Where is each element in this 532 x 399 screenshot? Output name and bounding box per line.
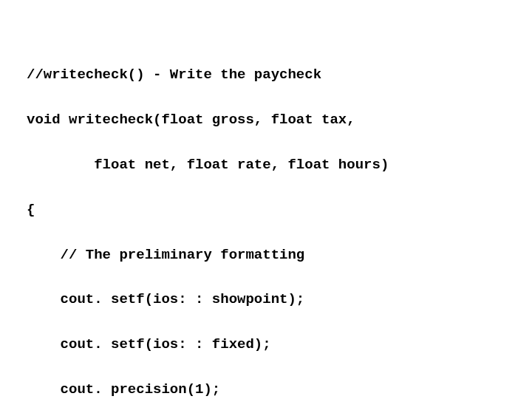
code-line: { [27,199,510,221]
code-line: cout. setf(ios: : showpoint); [27,288,510,310]
code-line: void writecheck(float gross, float tax, [27,109,510,131]
code-line: cout. precision(1); [27,378,510,399]
code-line: cout. setf(ios: : fixed); [27,333,510,355]
code-block: //writecheck() - Write the paycheck void… [0,0,532,399]
code-line: // The preliminary formatting [27,244,510,266]
code-line: float net, float rate, float hours) [27,154,510,176]
code-line: //writecheck() - Write the paycheck [27,64,510,86]
